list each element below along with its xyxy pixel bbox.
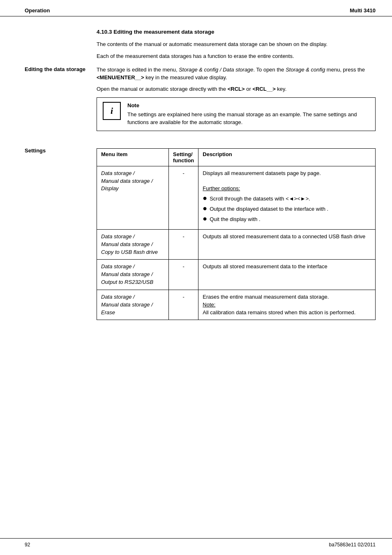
desc-plain: Outputs all stored measurement data to a…	[203, 233, 365, 240]
desc-plain: Displays all measurement datasets page b…	[203, 170, 321, 176]
editing-para2: Open the manual or automatic storage dir…	[97, 85, 376, 93]
bullet-item: ●Scroll through the datasets with <◄><►>…	[203, 195, 371, 203]
page-footer: 92 ba75863e11 02/2011	[0, 538, 392, 548]
table-note-text: All calibration data remains stored when…	[203, 309, 355, 315]
bullet-dot: ●	[203, 205, 207, 212]
table-row: Data storage /Manual data storage /Outpu…	[97, 260, 376, 290]
note-label: Note	[127, 102, 369, 110]
editing-para1-mid: . To open the	[254, 67, 286, 73]
menu-item-cell: Data storage /Manual data storage /Displ…	[97, 166, 169, 229]
key-rcl: <RCL>	[228, 86, 245, 92]
bullet-text: Output the displayed dataset to the inte…	[210, 205, 328, 213]
note-box: i Note The settings are explained here u…	[97, 97, 376, 131]
editing-content: The storage is edited in the menu, Stora…	[97, 66, 376, 138]
bullet-text: Scroll through the datasets with <◄><►>.	[210, 195, 310, 203]
intro-para2: Each of the measurement data storages ha…	[97, 53, 376, 60]
table-header-row: Menu item Setting/ function Description	[97, 148, 376, 166]
header-right: Multi 3410	[350, 7, 376, 14]
editing-para2-end: key.	[276, 86, 287, 92]
table-row: Data storage /Manual data storage /Copy …	[97, 229, 376, 260]
description-cell: Displays all measurement datasets page b…	[198, 166, 376, 229]
bullet-dot: ●	[203, 215, 207, 222]
editing-para1-italic: Storage & config / Data storage	[179, 67, 253, 73]
editing-para1: The storage is edited in the menu, Stora…	[97, 66, 376, 82]
footer-doc-info: ba75863e11 02/2011	[329, 542, 376, 548]
bullet-dot: ●	[203, 194, 207, 202]
setting-cell: -	[169, 166, 198, 229]
settings-table-container: Menu item Setting/ function Description …	[97, 144, 376, 320]
editing-para2-start: Open the manual or automatic storage dir…	[97, 86, 228, 92]
main-content: 4.10.3 Editing the measurement data stor…	[0, 16, 392, 332]
bullet-item: ●Quit the display with .	[203, 216, 371, 223]
menu-item-cell: Data storage /Manual data storage /Erase	[97, 290, 169, 320]
editing-para2-mid: or	[245, 86, 253, 92]
table-note-label: Note:	[203, 302, 215, 308]
key-rcl2: <RCL__>	[252, 86, 275, 92]
editing-label: Editing the data storage	[25, 66, 97, 138]
editing-para1-tail: key in the measured value display.	[144, 74, 227, 81]
header-left: Operation	[25, 7, 50, 14]
page: Operation Multi 3410 4.10.3 Editing the …	[0, 0, 392, 555]
editing-para1-start: The storage is edited in the menu,	[97, 67, 179, 73]
description-cell: Outputs all stored measurement data to t…	[198, 260, 376, 290]
setting-cell: -	[169, 290, 198, 320]
page-header: Operation Multi 3410	[0, 0, 392, 16]
settings-table: Menu item Setting/ function Description …	[97, 148, 376, 320]
menu-item-cell: Data storage /Manual data storage /Copy …	[97, 229, 169, 260]
note-text: The settings are explained here using th…	[127, 111, 369, 127]
note-content: Note The settings are explained here usi…	[127, 102, 369, 127]
footer-page-number: 92	[25, 542, 30, 548]
setting-cell: -	[169, 229, 198, 260]
desc-plain: Outputs all stored measurement data to t…	[203, 263, 327, 269]
col-description: Description	[198, 148, 376, 166]
info-icon: i	[103, 102, 121, 120]
description-cell: Outputs all stored measurement data to a…	[198, 229, 376, 260]
col-menu-item: Menu item	[97, 148, 169, 166]
editing-row: Editing the data storage The storage is …	[25, 66, 376, 138]
desc-plain: Erases the entire manual measurement dat…	[203, 294, 329, 300]
editing-para1-italic2: Storage & config	[286, 67, 325, 73]
editing-para1-end: menu, press the	[325, 67, 365, 73]
further-options-label: Further options:	[203, 185, 240, 191]
table-row: Data storage /Manual data storage /Erase…	[97, 290, 376, 320]
settings-section: Settings Menu item Setting/ function Des…	[25, 144, 376, 320]
description-cell: Erases the entire manual measurement dat…	[198, 290, 376, 320]
col-setting: Setting/ function	[169, 148, 198, 166]
section-heading: 4.10.3 Editing the measurement data stor…	[97, 29, 376, 35]
setting-cell: -	[169, 260, 198, 290]
intro-para1: The contents of the manual or automatic …	[97, 41, 376, 48]
settings-label: Settings	[25, 144, 97, 320]
bullet-text: Quit the display with .	[210, 216, 261, 223]
bullet-item: ●Output the displayed dataset to the int…	[203, 205, 371, 213]
menu-item-cell: Data storage /Manual data storage /Outpu…	[97, 260, 169, 290]
editing-para1-key: <MENU/ENTER__>	[97, 74, 144, 81]
table-row: Data storage /Manual data storage /Displ…	[97, 166, 376, 229]
